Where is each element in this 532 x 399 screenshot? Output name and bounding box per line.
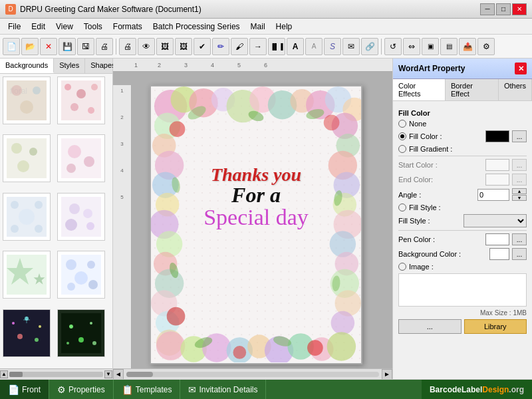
canvas-wrapper[interactable]: Thanks you For a Special day: [113, 72, 392, 368]
tab-color-effects[interactable]: Color Effects: [393, 79, 446, 100]
library-btn[interactable]: Library: [464, 319, 527, 334]
minimize-button[interactable]: ─: [480, 3, 495, 15]
tab-border-effect[interactable]: Border Effect: [446, 79, 499, 100]
status-properties[interactable]: ⚙ Properties: [49, 380, 114, 399]
pen-color-box[interactable]: [485, 233, 509, 245]
tb-flip[interactable]: ⇔: [403, 38, 420, 55]
thumbnail-8[interactable]: [57, 251, 105, 299]
tb-new[interactable]: 📄: [3, 38, 20, 55]
start-color-box[interactable]: [485, 159, 509, 171]
canvas-content: 1 2 3 4 5: [113, 72, 392, 368]
angle-down-btn[interactable]: ▼: [512, 195, 527, 201]
fill-gradient-row: Fill Gradient :: [398, 145, 527, 153]
menu-tools[interactable]: Tools: [78, 21, 108, 33]
fill-style-select[interactable]: [464, 214, 527, 227]
divider-2: [398, 230, 527, 231]
end-color-box[interactable]: [485, 174, 509, 186]
start-color-btn[interactable]: ...: [512, 159, 527, 171]
tb-close[interactable]: ✕: [40, 38, 57, 55]
fill-color-box[interactable]: [485, 130, 509, 142]
tb-img[interactable]: 🖼: [156, 38, 174, 55]
thumbnail-6[interactable]: [57, 193, 105, 241]
fill-style-radio[interactable]: [398, 203, 406, 211]
tb-barcode[interactable]: ▐▌▐: [268, 38, 285, 55]
tb-brush[interactable]: 🖌: [231, 38, 248, 55]
tb-open[interactable]: 📂: [21, 38, 39, 55]
menu-edit[interactable]: Edit: [26, 21, 51, 33]
thumbnail-9[interactable]: [3, 309, 51, 357]
thumbnail-10[interactable]: [57, 309, 105, 357]
menu-help[interactable]: Help: [271, 21, 298, 33]
thumbnail-2[interactable]: [57, 76, 105, 124]
tb-print2[interactable]: 🖨: [119, 38, 136, 55]
tb-print[interactable]: 🖨: [96, 38, 113, 55]
bg-color-box[interactable]: [489, 248, 509, 260]
status-invitation[interactable]: ✉ Invitation Details: [180, 380, 266, 399]
tb-settings[interactable]: ⚙: [477, 38, 495, 55]
svg-point-16: [68, 145, 81, 158]
bg-color-label: Background Color :: [398, 250, 487, 258]
tb-save2[interactable]: 🖫: [77, 38, 94, 55]
tb-email[interactable]: ✉: [342, 38, 360, 55]
tb-text-a[interactable]: A: [287, 38, 304, 55]
tb-link[interactable]: 🔗: [361, 38, 378, 55]
menu-file[interactable]: File: [3, 21, 26, 33]
tab-backgrounds[interactable]: Backgrounds: [0, 59, 54, 73]
end-color-btn[interactable]: ...: [512, 174, 527, 186]
svg-point-40: [12, 322, 15, 325]
thumbnail-4[interactable]: [57, 134, 105, 182]
tb-rotate[interactable]: ↺: [384, 38, 402, 55]
svg-rect-15: [61, 138, 101, 178]
fill-color-row: Fill Color : ...: [398, 130, 527, 142]
menu-formats[interactable]: Formats: [108, 21, 148, 33]
scroll-left-btn[interactable]: ◄: [113, 369, 124, 380]
tb-text-s[interactable]: S: [324, 38, 341, 55]
angle-input[interactable]: [477, 189, 509, 201]
action-btn[interactable]: ...: [398, 319, 462, 334]
bg-color-btn[interactable]: ...: [512, 248, 527, 260]
menu-batch[interactable]: Batch Processing Series: [148, 21, 245, 33]
divider-1: [398, 156, 527, 156]
scroll-down-btn[interactable]: ▼: [104, 370, 112, 378]
tab-styles[interactable]: Styles: [54, 59, 85, 73]
tb-group[interactable]: ▣: [422, 38, 439, 55]
tb-preview[interactable]: 👁: [138, 38, 155, 55]
fill-color-btn[interactable]: ...: [512, 130, 527, 142]
ruler-mark-4: 4: [120, 168, 123, 194]
image-radio[interactable]: [398, 263, 406, 271]
menu-mail[interactable]: Mail: [245, 21, 271, 33]
tb-check[interactable]: ✔: [194, 38, 211, 55]
h-scrollbar[interactable]: ◄ ►: [113, 368, 392, 379]
maximize-button[interactable]: □: [496, 3, 511, 15]
greeting-card[interactable]: Thanks you For a Special day: [150, 85, 362, 364]
angle-up-btn[interactable]: ▲: [512, 188, 527, 194]
thumbnail-5[interactable]: [3, 193, 51, 241]
tb-arrow[interactable]: →: [249, 38, 267, 55]
fill-color-radio[interactable]: [398, 132, 406, 140]
menu-view[interactable]: View: [51, 21, 78, 33]
tb-save[interactable]: 💾: [59, 38, 76, 55]
tb-text-b[interactable]: A: [305, 38, 323, 55]
thumbnail-3[interactable]: [3, 134, 51, 182]
none-radio[interactable]: [398, 120, 406, 128]
ruler-mark-3: 3: [120, 141, 123, 168]
pen-color-btn[interactable]: ...: [512, 233, 527, 245]
left-panel-scrollbar[interactable]: ▲ ▼: [0, 368, 112, 379]
svg-point-3: [33, 86, 41, 94]
tb-pencil[interactable]: ✏: [212, 38, 229, 55]
thumbnail-1[interactable]: floral: [3, 76, 51, 124]
scroll-track[interactable]: [126, 372, 379, 377]
close-button[interactable]: ✕: [512, 3, 527, 15]
wordart-close-button[interactable]: ✕: [515, 63, 527, 74]
tb-export[interactable]: 📤: [459, 38, 476, 55]
templates-label: Templates: [136, 385, 172, 394]
status-templates[interactable]: 📋 Templates: [114, 380, 181, 399]
status-front[interactable]: 📄 Front: [0, 380, 49, 399]
tb-img2[interactable]: 🖼: [175, 38, 192, 55]
fill-gradient-radio[interactable]: [398, 145, 406, 153]
tb-ungroup[interactable]: ▤: [440, 38, 458, 55]
tab-others[interactable]: Others: [499, 79, 532, 100]
scroll-up-btn[interactable]: ▲: [0, 370, 8, 378]
thumbnail-7[interactable]: [3, 251, 51, 299]
scroll-right-btn[interactable]: ►: [382, 369, 392, 380]
